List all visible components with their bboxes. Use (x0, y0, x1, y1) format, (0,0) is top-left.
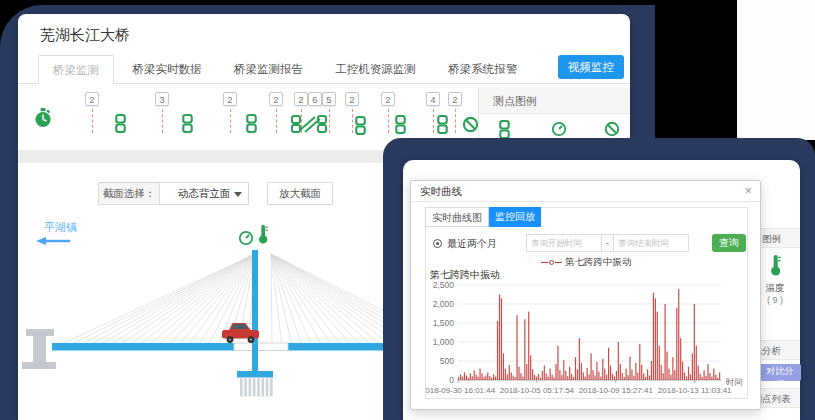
svg-text:2,000: 2,000 (433, 299, 455, 309)
legend-marker-icon (541, 262, 548, 263)
caret-down-icon (234, 192, 242, 197)
background-patch (737, 0, 815, 140)
svg-text:2018-10-05 05:17:54: 2018-10-05 05:17:54 (500, 386, 575, 395)
sensor-dash-line (230, 109, 231, 133)
sensor-count-badge: 3 (155, 92, 169, 106)
sensor-dash-line (329, 109, 330, 133)
sensor-dash-line (276, 109, 277, 133)
query-button[interactable]: 查询 (712, 234, 746, 252)
chain-link-icon[interactable] (498, 120, 511, 139)
dialog-body: 实时曲线图 监控回放 最近两个月 - 查询 第七跨跨中振动 第七跨跨中振动 2,… (425, 207, 748, 399)
sensor-count-badge: 2 (294, 92, 308, 106)
sensor-dash-line (455, 109, 456, 133)
hammer-sensor-icon[interactable] (34, 108, 52, 128)
sensor-dash-line (388, 109, 389, 133)
dialog-title: 实时曲线 (420, 185, 462, 199)
chain-link-icon[interactable] (114, 114, 127, 133)
sensor-count-badge: 2 (381, 92, 395, 106)
sensor-count-badge: 2 (345, 92, 359, 106)
sensor-point[interactable]: 2 (448, 92, 462, 133)
sensor-point[interactable]: 2 (269, 92, 283, 133)
prohibit-icon[interactable] (604, 121, 620, 137)
svg-text:2,500: 2,500 (433, 282, 455, 290)
sensor-dash-line (352, 109, 353, 133)
recent-range-radio[interactable] (433, 239, 442, 248)
dialog-header: 实时曲线 × (411, 181, 760, 202)
realtime-curve-dialog: 实时曲线 × 实时曲线图 监控回放 最近两个月 - 查询 第七跨跨中振动 (410, 180, 761, 410)
pylon-thermometer-icon[interactable] (259, 225, 268, 244)
section-select[interactable]: 动态背立面 (159, 182, 249, 205)
sensor-point[interactable]: 2 (223, 92, 237, 133)
svg-text:2018-09-30 16:01:44: 2018-09-30 16:01:44 (426, 386, 496, 395)
svg-text:1,500: 1,500 (433, 318, 455, 328)
query-end-input[interactable] (613, 234, 689, 252)
bridge-pier (22, 329, 56, 369)
tab-monitor-playback[interactable]: 监控回放 (489, 207, 541, 227)
sensor-count-badge: 2 (448, 92, 462, 106)
sensor-point[interactable]: 6 (308, 92, 322, 106)
tab-realtime-curve[interactable]: 实时曲线图 (425, 207, 489, 227)
bridge-pylon (252, 250, 258, 371)
legend-marker-icon (549, 260, 554, 265)
sensor-count-badge: 2 (223, 92, 237, 106)
close-icon[interactable]: × (744, 183, 752, 198)
legend-series-label: 第七跨跨中振动 (565, 256, 632, 267)
pylon-gauge-sensor-icon[interactable] (240, 232, 252, 244)
sensor-dash-line (433, 109, 434, 133)
pylon-piles (240, 378, 273, 397)
sensor-point[interactable]: 2 (381, 92, 395, 133)
popup-backdrop: 测点图例 温度 ( 9 ) 对比分析 对比分析 监测点列表 实时曲线 × 实时曲… (383, 138, 815, 420)
svg-text:时间: 时间 (726, 377, 743, 387)
compare-analysis-button[interactable]: 对比分析 (759, 364, 801, 381)
section-select-label: 截面选择： (98, 182, 160, 205)
sensor-dash-line (162, 109, 163, 133)
tab-bar: 桥梁监测 桥梁实时数据 桥梁监测报告 工控机资源监测 桥梁系统报警 视频监控 (18, 54, 630, 84)
bridge-side-label: 平湖镇 (44, 220, 77, 235)
tab-ipc-resource[interactable]: 工控机资源监测 (321, 55, 430, 84)
vibration-chart: 2,5002,0001,5001,00050002018-09-30 16:01… (426, 282, 749, 398)
popup-monitor-window: 测点图例 温度 ( 9 ) 对比分析 对比分析 监测点列表 实时曲线 × 实时曲… (403, 160, 800, 420)
sensor-count-badge: 5 (322, 92, 336, 106)
tab-system-alarm[interactable]: 桥梁系统报警 (434, 55, 531, 84)
prohibit-icon[interactable] (462, 116, 479, 133)
sensor-count-badge: 2 (269, 92, 283, 106)
page-title: 芜湖长江大桥 (40, 26, 130, 45)
query-start-input[interactable] (526, 234, 602, 252)
thermometer-icon (770, 254, 781, 276)
chain-link-icon[interactable] (394, 115, 407, 134)
svg-text:0: 0 (449, 375, 454, 385)
gauge-icon[interactable] (551, 121, 567, 137)
sensor-point[interactable]: 2 (85, 92, 99, 133)
legend-marker-icon (555, 262, 562, 263)
video-monitor-button[interactable]: 视频监控 (558, 55, 624, 79)
bearing-cluster-icon[interactable] (290, 112, 328, 134)
svg-text:2018-10-13 11:03:41: 2018-10-13 11:03:41 (658, 386, 732, 395)
tab-realtime-data[interactable]: 桥梁实时数据 (118, 55, 215, 84)
pylon-cap (237, 371, 273, 378)
svg-text:2018-10-09 15:27:41: 2018-10-09 15:27:41 (579, 386, 654, 395)
bridge-deck-segment (234, 343, 288, 351)
sensor-dash-line (92, 109, 93, 133)
recent-range-label: 最近两个月 (447, 237, 497, 251)
zoom-section-button[interactable]: 放大截面 (267, 182, 333, 205)
tab-bridge-monitor[interactable]: 桥梁监测 (38, 55, 114, 84)
chart-title: 第七跨跨中振动 (430, 268, 500, 282)
chain-link-icon[interactable] (354, 116, 367, 135)
chain-link-icon[interactable] (245, 114, 258, 133)
sensor-point[interactable]: 3 (155, 92, 169, 133)
direction-arrow-icon (36, 237, 70, 245)
legend-panel-title: 测点图例 (479, 88, 630, 114)
chain-link-icon[interactable] (181, 114, 194, 133)
svg-text:1,000: 1,000 (433, 337, 455, 347)
svg-text:500: 500 (440, 356, 454, 366)
screen: 芜湖长江大桥 桥梁监测 桥梁实时数据 桥梁监测报告 工控机资源监测 桥梁系统报警… (0, 0, 815, 420)
sensor-count-badge: 4 (426, 92, 440, 106)
tab-monitor-report[interactable]: 桥梁监测报告 (220, 55, 317, 84)
sensor-count-badge: 6 (308, 92, 322, 106)
sensor-count-badge: 2 (85, 92, 99, 106)
section-select-value: 动态背立面 (178, 187, 231, 199)
